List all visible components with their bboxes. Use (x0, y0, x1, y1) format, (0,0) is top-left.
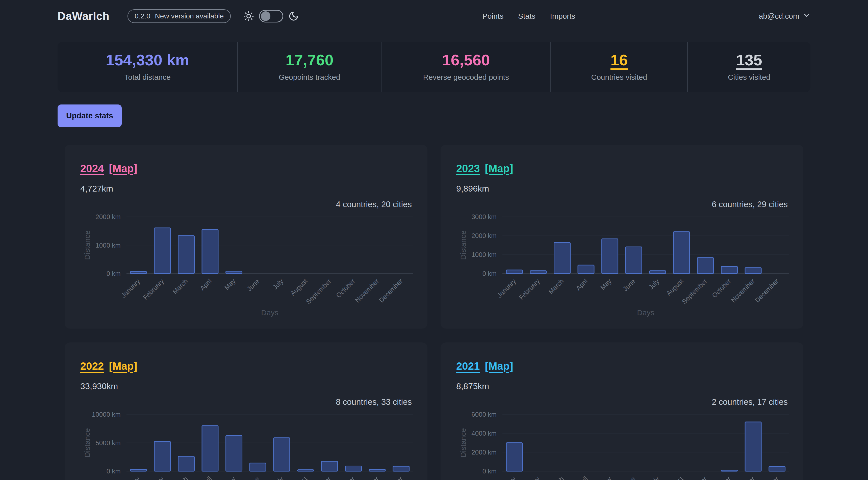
stat-label: Countries visited (591, 73, 647, 82)
year-summary: 2 countries, 17 cities (456, 397, 788, 407)
year-distance: 4,727km (80, 184, 412, 194)
distance-bar-chart: 0 km1000 km2000 km3000 kmDistanceJanuary… (440, 209, 803, 322)
svg-text:March: March (547, 277, 565, 295)
svg-text:February: February (142, 277, 165, 301)
version-label: New version available (155, 12, 224, 20)
svg-text:September: September (680, 277, 708, 306)
svg-text:December: December (377, 277, 404, 304)
svg-text:Days: Days (261, 309, 278, 317)
svg-text:May: May (599, 277, 613, 291)
stat-value: 154,330 km (106, 52, 189, 68)
svg-text:March: March (547, 475, 565, 480)
year-link[interactable]: 2022 (80, 360, 104, 372)
distance-bar-chart: 0 km5000 km10000 kmDistanceJanuaryFebrua… (65, 407, 428, 480)
year-card: 2024 [Map] 4,727km 4 countries, 20 citie… (65, 145, 428, 328)
stat-cell: 154,330 km Total distance (58, 42, 237, 92)
svg-text:October: October (710, 475, 733, 480)
year-cards-grid: 2024 [Map] 4,727km 4 countries, 20 citie… (65, 145, 803, 480)
stat-value[interactable]: 135 (736, 52, 762, 68)
year-link[interactable]: 2023 (456, 162, 480, 174)
svg-text:February: February (142, 475, 165, 480)
stat-value[interactable]: 16 (611, 52, 628, 68)
svg-text:May: May (599, 475, 613, 480)
svg-text:March: March (171, 475, 189, 480)
svg-text:September: September (680, 475, 708, 480)
map-link[interactable]: [Map] (485, 360, 513, 372)
stat-cell: 17,760 Geopoints tracked (237, 42, 381, 92)
bar-chart-svg: 0 km1000 km2000 kmDistanceJanuaryFebruar… (65, 209, 428, 321)
svg-text:October: October (335, 277, 356, 299)
year-summary: 8 countries, 33 cities (80, 397, 412, 407)
year-link[interactable]: 2024 (80, 162, 104, 174)
svg-text:2000 km: 2000 km (471, 232, 497, 239)
stat-label: Cities visited (728, 73, 770, 82)
svg-text:January: January (120, 475, 142, 480)
svg-text:August: August (289, 475, 309, 480)
map-link[interactable]: [Map] (485, 162, 513, 174)
theme-switcher-group (243, 10, 299, 23)
svg-text:Distance: Distance (459, 230, 467, 260)
stats-bar: 154,330 km Total distance 17,760 Geopoin… (58, 42, 810, 92)
svg-text:October: October (335, 475, 356, 480)
app-logo[interactable]: DaWarIch (58, 10, 109, 23)
svg-text:June: June (621, 277, 637, 293)
year-card-title: 2022 [Map] (80, 360, 412, 372)
year-summary: 4 countries, 20 cities (80, 200, 412, 209)
chevron-down-icon (803, 11, 810, 21)
svg-text:3000 km: 3000 km (471, 213, 497, 221)
svg-text:April: April (575, 277, 589, 292)
svg-text:2000 km: 2000 km (95, 213, 121, 221)
stat-cell: 16,560 Reverse geocoded points (381, 42, 550, 92)
nav-imports[interactable]: Imports (550, 12, 576, 21)
svg-text:June: June (621, 475, 637, 480)
update-stats-button[interactable]: Update stats (58, 104, 122, 127)
map-link[interactable]: [Map] (109, 360, 137, 372)
bar-chart-svg: 0 km5000 km10000 kmDistanceJanuaryFebrua… (65, 407, 428, 480)
svg-text:March: March (171, 277, 189, 295)
map-link[interactable]: [Map] (109, 162, 137, 174)
svg-text:April: April (198, 277, 213, 292)
year-card: 2022 [Map] 33,930km 8 countries, 33 citi… (65, 343, 428, 480)
svg-text:2000 km: 2000 km (471, 448, 497, 456)
svg-text:0 km: 0 km (483, 270, 497, 277)
svg-text:5000 km: 5000 km (95, 439, 121, 447)
nav-stats[interactable]: Stats (518, 12, 535, 21)
svg-text:September: September (305, 475, 333, 480)
version-badge[interactable]: 0.2.0 New version available (127, 9, 231, 23)
svg-text:April: April (575, 475, 589, 480)
app-header: DaWarIch 0.2.0 New version available (0, 0, 868, 32)
svg-text:Distance: Distance (83, 428, 91, 457)
svg-text:November: November (730, 277, 756, 304)
sun-icon (243, 11, 254, 22)
year-card-title: 2023 [Map] (456, 162, 788, 174)
year-link[interactable]: 2021 (456, 360, 480, 372)
svg-text:August: August (665, 277, 685, 297)
version-number: 0.2.0 (134, 12, 150, 20)
svg-text:September: September (305, 277, 333, 306)
svg-text:4000 km: 4000 km (471, 429, 497, 437)
svg-text:10000 km: 10000 km (92, 411, 121, 418)
moon-icon (288, 11, 299, 22)
stat-value: 16,560 (442, 52, 490, 68)
svg-text:April: April (198, 475, 213, 480)
svg-text:July: July (271, 475, 285, 480)
svg-text:November: November (730, 475, 756, 480)
svg-text:July: July (271, 277, 285, 291)
year-distance: 9,896km (456, 184, 788, 194)
svg-text:October: October (710, 277, 733, 299)
year-distance: 33,930km (80, 381, 412, 391)
stat-label: Total distance (124, 73, 171, 82)
year-card-title: 2021 [Map] (456, 360, 788, 372)
svg-text:July: July (647, 475, 661, 480)
year-distance: 8,875km (456, 381, 788, 391)
svg-text:May: May (223, 475, 237, 480)
svg-text:November: November (353, 277, 380, 304)
theme-toggle[interactable] (259, 10, 283, 23)
user-menu[interactable]: ab@cd.com (759, 11, 810, 21)
nav-points[interactable]: Points (483, 12, 503, 21)
svg-text:February: February (517, 277, 541, 301)
year-card-title: 2024 [Map] (80, 162, 412, 174)
svg-text:November: November (353, 475, 380, 480)
dashboard-page: DaWarIch 0.2.0 New version available (0, 0, 868, 480)
svg-text:December: December (753, 475, 780, 480)
